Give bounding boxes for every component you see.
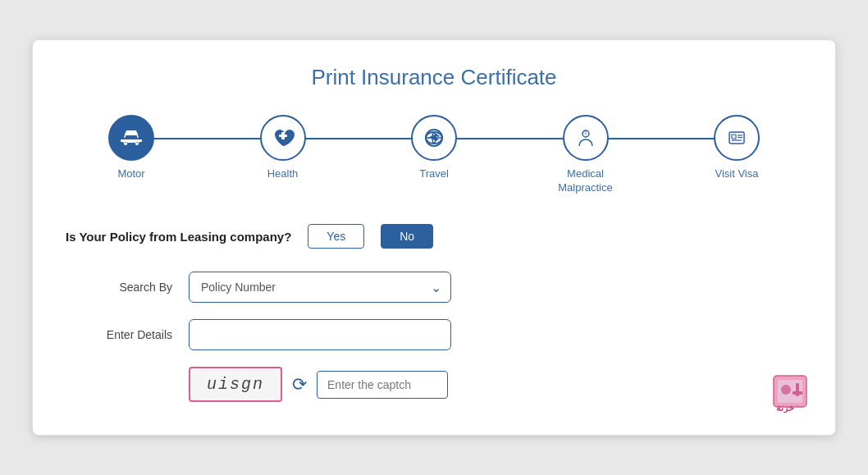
step-travel-circle <box>411 115 457 161</box>
yes-button[interactable]: Yes <box>308 224 364 249</box>
search-by-row: Search By Policy Number Certificate Numb… <box>66 272 802 303</box>
search-by-select[interactable]: Policy Number Certificate Number Plate N… <box>189 272 451 303</box>
step-visit-visa[interactable]: Visit Visa <box>696 115 778 181</box>
search-by-select-wrapper: Policy Number Certificate Number Plate N… <box>189 272 451 303</box>
no-button[interactable]: No <box>381 224 433 249</box>
enter-details-label: Enter Details <box>66 328 172 341</box>
leasing-question: Is Your Policy from Leasing company? <box>66 230 291 244</box>
captcha-row: uisgn ⟳ <box>189 367 802 402</box>
step-travel[interactable]: Travel <box>393 115 475 181</box>
step-motor[interactable]: Motor <box>90 115 172 181</box>
svg-point-17 <box>781 385 791 395</box>
svg-rect-19 <box>793 391 802 395</box>
captcha-input[interactable] <box>317 371 448 399</box>
svg-rect-0 <box>121 139 142 142</box>
step-travel-label: Travel <box>419 167 449 181</box>
step-motor-label: Motor <box>117 167 144 181</box>
enter-details-input[interactable] <box>189 319 451 350</box>
captcha-image: uisgn <box>189 367 282 402</box>
search-by-label: Search By <box>66 281 172 294</box>
step-medical[interactable]: Medical Malpractice <box>545 115 627 195</box>
svg-point-2 <box>135 142 138 144</box>
refresh-icon: ⟳ <box>292 374 307 395</box>
main-card: Print Insurance Certificate Motor <box>32 39 836 436</box>
step-medical-label: Medical Malpractice <box>558 167 612 195</box>
step-medical-circle <box>563 115 609 161</box>
steps-container: Motor Health <box>66 115 802 195</box>
watermark-logo: خزنة <box>770 372 819 418</box>
svg-rect-4 <box>279 135 287 137</box>
step-health-circle <box>260 115 306 161</box>
step-health[interactable]: Health <box>242 115 324 181</box>
svg-text:خزنة: خزنة <box>776 403 794 413</box>
enter-details-row: Enter Details <box>66 319 802 350</box>
svg-rect-11 <box>732 135 736 139</box>
step-health-label: Health <box>267 167 299 181</box>
captcha-refresh-button[interactable]: ⟳ <box>292 374 307 395</box>
svg-point-1 <box>125 142 127 144</box>
step-visit-visa-circle <box>714 115 760 161</box>
svg-rect-9 <box>584 130 587 135</box>
step-visit-visa-label: Visit Visa <box>715 167 759 181</box>
leasing-section: Is Your Policy from Leasing company? Yes… <box>66 224 802 249</box>
page-title: Print Insurance Certificate <box>66 65 802 90</box>
step-motor-circle <box>108 115 154 161</box>
